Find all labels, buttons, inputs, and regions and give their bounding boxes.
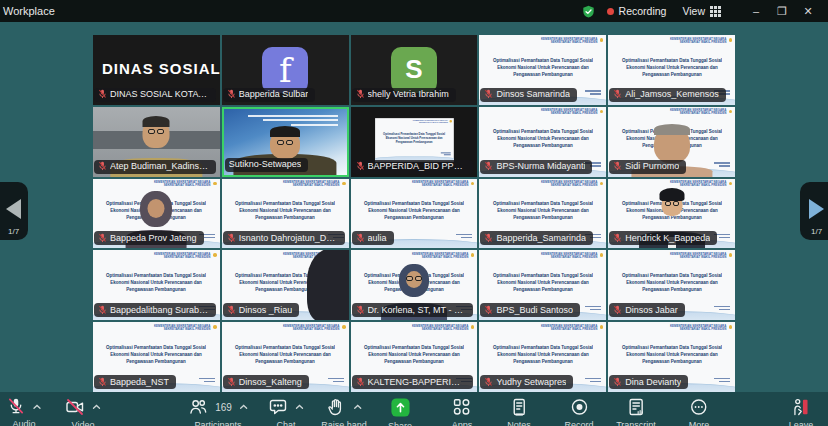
muted-mic-icon <box>356 305 365 315</box>
participant-tile[interactable]: KEMENTERIAN SEKRETARIAT NEGARASEKRETARIA… <box>222 322 349 392</box>
avatar: f <box>262 47 308 93</box>
muted-mic-icon <box>484 161 493 171</box>
participant-tile[interactable]: Sshelly Vetria Ibrahim <box>351 35 478 105</box>
video-button[interactable]: Video <box>65 397 101 426</box>
leave-button[interactable]: Leave <box>789 397 814 426</box>
slide-title: Optimalisasi Pemanfaatan Data Tunggal So… <box>377 131 450 144</box>
participant-display-name: DINAS SOSIAL... <box>102 60 220 77</box>
slide-header-line2: SEKRETARIAT WAKIL PRESIDEN <box>551 256 598 259</box>
participant-tile[interactable]: Atep Budiman_Kadinsos Kot... <box>93 107 220 177</box>
muted-mic-icon <box>98 161 107 171</box>
video-controls <box>65 397 101 417</box>
share-icon[interactable] <box>390 397 411 418</box>
slide-logo-dot <box>213 182 217 186</box>
participant-tile[interactable]: KEMENTERIAN SEKRETARIAT NEGARASEKRETARIA… <box>351 322 478 392</box>
video-icon[interactable] <box>65 397 85 417</box>
slide-footer <box>585 378 601 383</box>
participant-tile[interactable]: KEMENTERIAN SEKRETARIAT NEGARASEKRETARIA… <box>479 250 606 320</box>
participant-tile[interactable]: KEMENTERIAN SEKRETARIAT NEGARASEKRETARIA… <box>479 322 606 392</box>
participant-name-label: Bapperida Sulbar <box>239 89 309 99</box>
participant-tile[interactable]: KEMENTERIAN SEKRETARIAT NEGARASEKRETARIA… <box>479 179 606 249</box>
slide-header: KEMENTERIAN SEKRETARIAT NEGARASEKRETARIA… <box>283 324 339 331</box>
participant-name-label: Dinsos_Kalteng <box>239 377 302 387</box>
apps-button[interactable]: Apps <box>452 397 473 426</box>
participants-button[interactable]: 169Participants <box>188 397 248 426</box>
participant-tile[interactable]: KEMENTERIAN SEKRETARIAT NEGARASEKRETARIA… <box>351 179 478 249</box>
participant-name-badge: BPS-Nurma Midayanti <box>480 160 592 174</box>
slide-footer <box>456 234 472 239</box>
participant-tile[interactable]: KEMENTERIAN SEKRETARIAT NEGARASEKRETARIA… <box>479 107 606 177</box>
audio-options-caret[interactable] <box>33 404 42 410</box>
participant-name-label: Atep Budiman_Kadinsos Kot... <box>110 161 209 171</box>
chat-button[interactable]: Chat <box>268 397 304 426</box>
muted-mic-icon <box>484 377 493 387</box>
participant-tile[interactable]: KEMENTERIAN SEKRETARIAT NEGARASEKRETARIA… <box>351 107 478 177</box>
video-options-caret[interactable] <box>92 404 101 410</box>
participant-name-badge: Sidi Purnomo <box>609 160 686 174</box>
record-button[interactable]: Record <box>564 397 593 426</box>
participant-tile[interactable]: KEMENTERIAN SEKRETARIAT NEGARASEKRETARIA… <box>93 322 220 392</box>
raise-hand-button[interactable]: Raise hand <box>321 397 367 426</box>
chat-options-caret[interactable] <box>295 404 304 410</box>
participant-name-badge: DINAS SOSIAL KOTA PALEM... <box>94 88 216 102</box>
raise-hand-controls <box>326 397 362 417</box>
slide-header-line2: SEKRETARIAT WAKIL PRESIDEN <box>551 112 598 115</box>
share-button[interactable]: Share <box>388 397 412 426</box>
muted-mic-icon <box>484 89 493 99</box>
notes-icon[interactable] <box>509 397 529 417</box>
participant-tile[interactable]: KEMENTERIAN SEKRETARIAT NEGARASEKRETARIA… <box>608 107 735 177</box>
slide-logo-dot <box>342 325 346 329</box>
window-titlebar: Workplace Recording View – ❐ ✕ <box>0 0 828 22</box>
audio-button[interactable]: Audio <box>7 397 42 426</box>
next-page-button[interactable]: 1/7 <box>800 182 828 240</box>
close-button[interactable]: ✕ <box>795 5 821 18</box>
participant-tile[interactable]: DINAS SOSIAL...DINAS SOSIAL KOTA PALEM..… <box>93 35 220 105</box>
participant-tile[interactable]: KEMENTERIAN SEKRETARIAT NEGARASEKRETARIA… <box>93 179 220 249</box>
participant-name-label: Dinsos _Riau <box>239 305 293 315</box>
transcript-button[interactable]: Transcript <box>616 397 656 426</box>
participant-tile[interactable]: KEMENTERIAN SEKRETARIAT NEGARASEKRETARIA… <box>222 179 349 249</box>
slide-logo-dot <box>729 325 733 329</box>
participant-tile[interactable]: Sutikno-Setwapes <box>222 107 349 177</box>
muted-mic-icon <box>484 305 493 315</box>
slide-title: Optimalisasi Pemanfaatan Data Tunggal So… <box>484 344 602 365</box>
participants-icon[interactable] <box>188 397 208 417</box>
view-button[interactable]: View <box>682 5 721 17</box>
participant-tile[interactable]: KEMENTERIAN SEKRETARIAT NEGARASEKRETARIA… <box>608 250 735 320</box>
raise-hand-options-caret[interactable] <box>353 404 362 410</box>
transcript-icon[interactable] <box>626 397 646 417</box>
slide-logo-dot <box>729 182 733 186</box>
more-button[interactable]: More <box>689 397 710 426</box>
participant-name-badge: Atep Budiman_Kadinsos Kot... <box>94 160 216 174</box>
participant-tile[interactable]: KEMENTERIAN SEKRETARIAT NEGARASEKRETARIA… <box>608 179 735 249</box>
security-shield-icon[interactable] <box>582 5 595 18</box>
notes-button[interactable]: Notes <box>507 397 531 426</box>
slide-header-line2: SEKRETARIAT WAKIL PRESIDEN <box>551 184 598 187</box>
participant-tile[interactable]: KEMENTERIAN SEKRETARIAT NEGARASEKRETARIA… <box>351 250 478 320</box>
participant-name-label: BAPPERIDA_BID PPM NTT <box>368 161 467 171</box>
participant-tile[interactable]: KEMENTERIAN SEKRETARIAT NEGARASEKRETARIA… <box>93 250 220 320</box>
raise-hand-icon[interactable] <box>326 397 346 417</box>
record-icon[interactable] <box>569 397 589 417</box>
more-icon[interactable] <box>689 397 709 417</box>
maximize-button[interactable]: ❐ <box>769 5 795 18</box>
participant-tile[interactable]: fBapperida Sulbar <box>222 35 349 105</box>
recording-dot-icon <box>607 8 614 15</box>
previous-page-button[interactable]: 1/7 <box>0 182 28 240</box>
share-label: Share <box>388 421 412 426</box>
leave-icon[interactable] <box>791 397 811 417</box>
participant-name-badge: Dinsos_Kalteng <box>223 375 309 389</box>
audio-icon[interactable] <box>7 397 26 416</box>
apps-icon[interactable] <box>452 397 472 417</box>
participant-tile[interactable]: KEMENTERIAN SEKRETARIAT NEGARASEKRETARIA… <box>479 35 606 105</box>
participant-tile[interactable]: KEMENTERIAN SEKRETARIAT NEGARASEKRETARIA… <box>608 35 735 105</box>
chat-icon[interactable] <box>268 397 288 417</box>
notes-label: Notes <box>507 420 531 426</box>
participant-tile[interactable]: KEMENTERIAN SEKRETARIAT NEGARASEKRETARIA… <box>608 322 735 392</box>
muted-mic-icon <box>227 377 236 387</box>
participant-tile[interactable]: KEMENTERIAN SEKRETARIAT NEGARASEKRETARIA… <box>222 250 349 320</box>
minimize-button[interactable]: – <box>743 5 769 17</box>
participants-options-caret[interactable] <box>239 404 248 410</box>
slide-title: Optimalisasi Pemanfaatan Data Tunggal So… <box>484 272 602 293</box>
muted-mic-icon <box>98 89 107 99</box>
